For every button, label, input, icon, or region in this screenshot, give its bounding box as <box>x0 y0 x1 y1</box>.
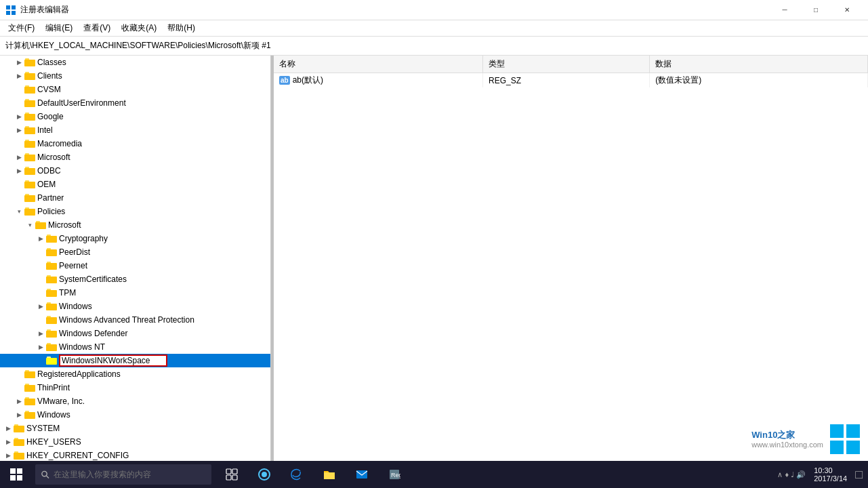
tree-item-peernet[interactable]: Peernet <box>0 259 270 272</box>
taskbar-icons: Reg <box>217 461 409 488</box>
svg-rect-64 <box>830 424 844 438</box>
tree-item-thinprint[interactable]: ThinPrint <box>0 381 270 394</box>
tree-item-macromedia[interactable]: Macromedia <box>0 137 270 150</box>
menu-file[interactable]: 文件(F) <box>3 21 40 35</box>
tree-item-hkey-current-config[interactable]: ▶HKEY_CURRENT_CONFIG <box>0 449 270 461</box>
tree-item-classes[interactable]: ▶Classes <box>0 56 270 69</box>
svg-rect-65 <box>846 424 860 438</box>
tree-item-windowsink[interactable] <box>0 354 270 367</box>
cortana-icon[interactable] <box>249 461 279 488</box>
expand-icon[interactable]: ▶ <box>3 423 14 434</box>
explorer-icon[interactable] <box>314 461 344 488</box>
tree-item-label: Windows NT <box>59 342 105 352</box>
expand-icon[interactable]: ▶ <box>14 396 24 407</box>
maximize-button[interactable]: □ <box>800 0 831 20</box>
tree-item-label: Policies <box>37 207 65 216</box>
expand-icon[interactable]: ▶ <box>14 111 24 122</box>
tree-item-odbc[interactable]: ▶ODBC <box>0 164 270 178</box>
expand-icon[interactable]: ▶ <box>3 436 14 447</box>
svg-line-73 <box>46 476 49 479</box>
expand-icon <box>35 355 46 366</box>
tree-item-clients[interactable]: ▶Clients <box>0 69 270 83</box>
expand-icon[interactable]: ▶ <box>14 125 24 136</box>
task-view-icon[interactable] <box>217 461 247 488</box>
expand-icon[interactable]: ▶ <box>14 165 24 176</box>
tree-item-oem[interactable]: OEM <box>0 178 270 191</box>
tree-item-windows[interactable]: ▶Windows <box>0 300 270 313</box>
close-button[interactable]: ✕ <box>831 0 863 20</box>
mail-icon[interactable] <box>347 461 377 488</box>
svg-point-72 <box>42 471 47 476</box>
tree-item-cryptography[interactable]: ▶Cryptography <box>0 232 270 245</box>
tree-item-partner[interactable]: Partner <box>0 191 270 205</box>
search-input[interactable] <box>54 470 206 479</box>
tree-item-peerdist[interactable]: PeerDist <box>0 245 270 259</box>
notification-icon[interactable]: □ <box>855 468 863 482</box>
expand-icon[interactable]: ▶ <box>35 301 46 312</box>
start-button[interactable] <box>0 461 33 488</box>
svg-rect-67 <box>846 441 860 454</box>
rename-input[interactable] <box>59 354 167 367</box>
expand-icon[interactable]: ▶ <box>35 233 46 244</box>
tree-item-windows-nt[interactable]: ▶Windows NT <box>0 340 270 354</box>
regedit-icon[interactable]: Reg <box>379 461 409 488</box>
tree-item-registeredapps[interactable]: RegisteredApplications <box>0 367 270 381</box>
col-name[interactable]: 名称 <box>274 56 483 73</box>
tree-item-windows-root[interactable]: ▶Windows <box>0 408 270 422</box>
search-bar[interactable] <box>35 464 211 485</box>
edge-icon[interactable] <box>282 461 312 488</box>
expand-icon <box>14 98 24 108</box>
expand-icon[interactable]: ▶ <box>14 70 24 81</box>
tree-item-label: SYSTEM <box>26 424 60 433</box>
menu-view[interactable]: 查看(V) <box>78 21 116 35</box>
window-title: 注册表编辑器 <box>20 4 69 16</box>
tree-item-tpm[interactable]: TPM <box>0 286 270 300</box>
tree-item-vmware[interactable]: ▶VMware, Inc. <box>0 394 270 408</box>
folder-icon <box>14 437 24 447</box>
menu-edit[interactable]: 编辑(E) <box>40 21 78 35</box>
svg-point-79 <box>262 472 267 477</box>
tree-item-cvsm[interactable]: CVSM <box>0 83 270 96</box>
svg-rect-51 <box>24 371 35 378</box>
expand-icon[interactable]: ▾ <box>14 206 24 217</box>
expand-icon[interactable]: ▶ <box>14 409 24 420</box>
expand-icon[interactable]: ▶ <box>3 450 14 461</box>
expand-icon[interactable]: ▶ <box>35 328 46 339</box>
expand-icon <box>35 314 46 325</box>
expand-icon[interactable]: ▾ <box>24 220 35 230</box>
menu-favorites[interactable]: 收藏夹(A) <box>116 21 162 35</box>
tree-item-policies[interactable]: ▾Policies <box>0 205 270 218</box>
expand-icon[interactable]: ▶ <box>14 152 24 163</box>
tree-item-systemcertificates[interactable]: SystemCertificates <box>0 272 270 286</box>
folder-icon <box>46 234 57 243</box>
tree-item-microsoft[interactable]: ▾Microsoft <box>0 218 270 232</box>
cell-data: (数值未设置) <box>650 73 868 88</box>
expand-icon[interactable]: ▶ <box>14 57 24 68</box>
col-type[interactable]: 类型 <box>483 56 650 73</box>
folder-icon <box>46 342 57 352</box>
tree-item-windows-defender[interactable]: ▶Windows Defender <box>0 327 270 340</box>
menu-help[interactable]: 帮助(H) <box>162 21 201 35</box>
tree-pane[interactable]: ▶Classes▶ClientsCVSMDefaultUserEnvironme… <box>0 56 271 461</box>
table-row[interactable]: abab(默认)REG_SZ(数值未设置) <box>274 73 868 88</box>
minimize-button[interactable]: ─ <box>769 0 800 20</box>
tree-item-label: Intel <box>37 125 53 135</box>
tree-item-system[interactable]: ▶SYSTEM <box>0 422 270 435</box>
svg-rect-23 <box>24 182 35 188</box>
folder-icon <box>14 424 24 433</box>
tree-item-microsoft-parent[interactable]: ▶Microsoft <box>0 150 270 164</box>
expand-icon[interactable]: ▶ <box>35 342 46 352</box>
svg-rect-77 <box>232 475 237 480</box>
tree-item-hkey-users[interactable]: ▶HKEY_USERS <box>0 435 270 449</box>
svg-rect-33 <box>46 249 57 256</box>
col-data[interactable]: 数据 <box>650 56 868 73</box>
tree-item-defaultuserenvironment[interactable]: DefaultUserEnvironment <box>0 96 270 110</box>
svg-rect-57 <box>24 412 35 419</box>
tree-item-label: Partner <box>37 193 64 203</box>
tree-item-google[interactable]: ▶Google <box>0 110 270 123</box>
tree-item-intel[interactable]: ▶Intel <box>0 123 270 137</box>
svg-rect-1 <box>12 5 16 9</box>
tree-item-windows-atp[interactable]: Windows Advanced Threat Protection <box>0 313 270 327</box>
tree-item-label: ODBC <box>37 166 61 176</box>
svg-rect-37 <box>46 277 57 283</box>
